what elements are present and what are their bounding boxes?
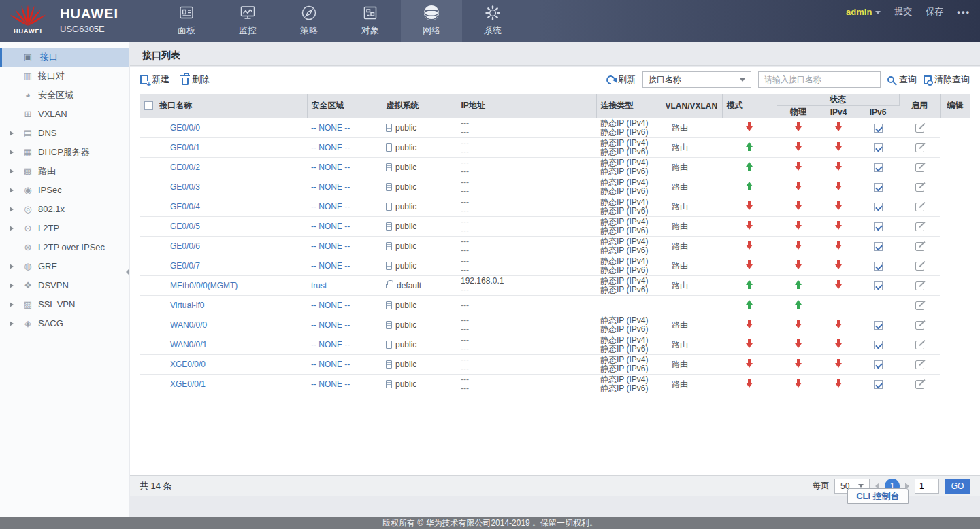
enable-checkbox[interactable]	[874, 203, 883, 211]
sidebar-item-vxlan[interactable]: ⊞ VXLAN	[0, 105, 129, 124]
enable-checkbox[interactable]	[874, 281, 883, 290]
sidebar-item-gre[interactable]: ◍ GRE	[0, 257, 129, 276]
zone-link[interactable]: -- NONE --	[311, 379, 350, 389]
sidebar-item-l2tp[interactable]: ⊙ L2TP	[0, 219, 129, 238]
sidebar-collapse-handle[interactable]	[126, 269, 129, 275]
sidebar-item-routing[interactable]: ▩ 路由	[0, 162, 129, 181]
interface-link[interactable]: GE0/0/6	[170, 241, 200, 251]
enable-checkbox[interactable]	[874, 124, 883, 133]
interface-link[interactable]: GE0/0/7	[170, 261, 200, 271]
sidebar-item-l2tp-over-ipsec[interactable]: ⊛ L2TP over IPSec	[0, 238, 129, 257]
filter-field-select[interactable]: 接口名称	[642, 71, 751, 88]
expand-arrow-icon[interactable]	[10, 150, 14, 155]
query-button[interactable]: 查询	[887, 73, 917, 86]
interface-link[interactable]: MEth0/0/0(MGMT)	[170, 281, 238, 290]
edit-icon[interactable]	[915, 341, 924, 349]
enable-checkbox[interactable]	[874, 143, 883, 152]
zone-link[interactable]: -- NONE --	[311, 320, 350, 330]
nav-item-network[interactable]: 网络	[401, 0, 462, 42]
nav-item-dashboard[interactable]: 面板	[156, 0, 217, 42]
zone-link[interactable]: -- NONE --	[311, 222, 350, 231]
interface-link[interactable]: WAN0/0/1	[170, 340, 207, 349]
enable-checkbox[interactable]	[874, 262, 883, 271]
nav-item-system[interactable]: 系统	[462, 0, 523, 42]
enable-checkbox[interactable]	[874, 242, 883, 251]
interface-link[interactable]: Virtual-if0	[170, 301, 204, 310]
save-button[interactable]: 保存	[926, 5, 943, 18]
interface-link[interactable]: GE0/0/0	[170, 123, 200, 133]
zone-link[interactable]: -- NONE --	[311, 182, 350, 192]
edit-icon[interactable]	[915, 242, 924, 251]
sidebar-item-dhcp-server[interactable]: ▦ DHCP服务器	[0, 143, 129, 162]
edit-icon[interactable]	[915, 301, 924, 310]
sidebar-item-interface[interactable]: ▣ 接口	[0, 48, 129, 67]
interface-link[interactable]: XGE0/0/1	[170, 379, 206, 389]
zone-link[interactable]: trust	[311, 281, 327, 290]
edit-icon[interactable]	[915, 380, 924, 389]
enable-checkbox[interactable]	[874, 380, 883, 389]
zone-link[interactable]: -- NONE --	[311, 123, 350, 133]
sidebar-item-interface-pair[interactable]: ▥ 接口对	[0, 67, 129, 86]
expand-arrow-icon[interactable]	[10, 283, 14, 288]
refresh-button[interactable]: 刷新	[606, 73, 636, 86]
zone-link[interactable]: -- NONE --	[311, 360, 350, 369]
enable-checkbox[interactable]	[874, 222, 883, 231]
select-all-checkbox[interactable]	[144, 101, 153, 110]
cli-console-button[interactable]: CLI 控制台	[847, 488, 909, 504]
edit-icon[interactable]	[915, 360, 924, 369]
expand-arrow-icon[interactable]	[10, 169, 14, 174]
enable-checkbox[interactable]	[874, 321, 883, 330]
zone-link[interactable]: -- NONE --	[311, 301, 350, 310]
sidebar-item-dsvpn[interactable]: ❖ DSVPN	[0, 276, 129, 295]
sidebar-item-ssl-vpn[interactable]: ▧ SSL VPN	[0, 295, 129, 314]
expand-arrow-icon[interactable]	[10, 302, 14, 307]
edit-icon[interactable]	[915, 143, 924, 152]
enable-checkbox[interactable]	[874, 360, 883, 369]
enable-checkbox[interactable]	[874, 341, 883, 349]
expand-arrow-icon[interactable]	[10, 207, 14, 212]
zone-link[interactable]: -- NONE --	[311, 340, 350, 349]
sidebar-item-dns[interactable]: ▤ DNS	[0, 124, 129, 143]
go-button[interactable]: GO	[945, 479, 970, 494]
zone-link[interactable]: -- NONE --	[311, 143, 350, 152]
enable-checkbox[interactable]	[874, 183, 883, 192]
interface-link[interactable]: GE0/0/5	[170, 222, 200, 231]
interface-link[interactable]: GE0/0/4	[170, 202, 200, 211]
expand-arrow-icon[interactable]	[10, 131, 14, 136]
nav-item-object[interactable]: 对象	[340, 0, 401, 42]
enable-checkbox[interactable]	[874, 163, 883, 172]
nav-item-policy[interactable]: 策略	[278, 0, 340, 42]
submit-button[interactable]: 提交	[894, 5, 912, 18]
user-dropdown[interactable]: admin	[846, 7, 881, 17]
expand-arrow-icon[interactable]	[10, 226, 14, 231]
delete-button[interactable]: 删除	[182, 73, 210, 86]
edit-icon[interactable]	[915, 124, 924, 133]
sidebar-item-sacg[interactable]: ◈ SACG	[0, 314, 129, 333]
nav-item-monitor[interactable]: 监控	[217, 0, 278, 42]
edit-icon[interactable]	[915, 163, 924, 172]
more-menu-button[interactable]: •••	[957, 7, 970, 17]
expand-arrow-icon[interactable]	[10, 264, 14, 269]
interface-link[interactable]: XGE0/0/0	[170, 360, 206, 369]
sidebar-item-ipsec[interactable]: ◉ IPSec	[0, 181, 129, 200]
new-button[interactable]: 新建	[140, 73, 169, 86]
clear-query-button[interactable]: 清除查询	[924, 73, 970, 86]
zone-link[interactable]: -- NONE --	[311, 202, 350, 211]
zone-link[interactable]: -- NONE --	[311, 261, 350, 271]
interface-link[interactable]: GE0/0/1	[170, 143, 200, 152]
edit-icon[interactable]	[915, 222, 924, 231]
zone-link[interactable]: -- NONE --	[311, 163, 350, 172]
sidebar-item-dot1x[interactable]: ◎ 802.1x	[0, 200, 129, 219]
edit-icon[interactable]	[915, 183, 924, 192]
interface-link[interactable]: GE0/0/3	[170, 182, 200, 192]
interface-link[interactable]: GE0/0/2	[170, 163, 200, 172]
edit-icon[interactable]	[915, 321, 924, 330]
zone-link[interactable]: -- NONE --	[311, 241, 350, 251]
edit-icon[interactable]	[915, 203, 924, 211]
interface-link[interactable]: WAN0/0/0	[170, 320, 207, 330]
edit-icon[interactable]	[915, 262, 924, 271]
expand-arrow-icon[interactable]	[10, 188, 14, 193]
edit-icon[interactable]	[915, 281, 924, 290]
goto-page-input[interactable]	[915, 479, 939, 494]
search-input[interactable]	[758, 71, 881, 88]
